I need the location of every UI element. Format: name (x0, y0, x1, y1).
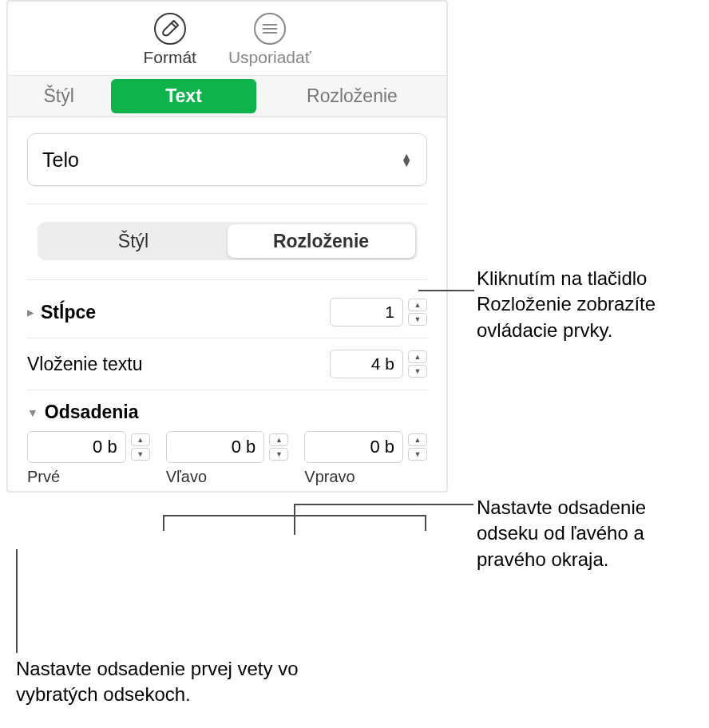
callout-line (294, 504, 295, 515)
toolbar-arrange-label: Usporiadať (228, 48, 311, 67)
callout-layout-button: Kliknutím na tlačidlo Rozloženie zobrazí… (477, 266, 704, 343)
text-inset-stepper: 4 b ▲ ▼ (330, 350, 427, 378)
text-inset-step-up[interactable]: ▲ (408, 350, 427, 363)
divider (27, 204, 427, 204)
text-inset-step-down[interactable]: ▼ (408, 365, 427, 378)
indent-first-cell: 0 b ▲ ▼ Prvé (27, 431, 150, 486)
indent-left-up[interactable]: ▲ (269, 433, 288, 446)
callout-line (425, 515, 426, 531)
toolbar-format[interactable]: Formát (143, 13, 196, 67)
indent-left-down[interactable]: ▼ (269, 448, 288, 461)
indents-row: 0 b ▲ ▼ Prvé 0 b ▲ ▼ (27, 423, 427, 491)
indent-left-input[interactable]: 0 b (166, 431, 265, 463)
subtab-style[interactable]: Štýl (40, 224, 228, 258)
indent-first-up[interactable]: ▲ (131, 433, 150, 446)
columns-input[interactable]: 1 (330, 298, 403, 326)
columns-label: ▸ Stĺpce (27, 302, 96, 323)
indent-right-input[interactable]: 0 b (304, 431, 403, 463)
tab-layout[interactable]: Rozloženie (258, 76, 446, 117)
indent-left-label: Vľavo (166, 468, 289, 486)
callout-line (16, 549, 18, 653)
text-inset-input[interactable]: 4 b (330, 350, 403, 378)
chevron-right-icon[interactable]: ▸ (27, 304, 34, 321)
callout-line (294, 515, 295, 535)
chevron-down-icon: ▼ (27, 406, 38, 419)
indent-right-cell: 0 b ▲ ▼ Vpravo (304, 431, 427, 486)
callout-line (163, 515, 164, 531)
callout-line (418, 290, 474, 291)
callout-line (163, 515, 425, 516)
inspector-panel: Formát Usporiadať Štýl Text Rozloženie (6, 0, 448, 493)
indent-right-label: Vpravo (304, 468, 427, 486)
toolbar: Formát Usporiadať (8, 2, 446, 76)
indent-first-label: Prvé (27, 468, 150, 486)
tab-style[interactable]: Štýl (8, 76, 109, 117)
callout-line (294, 504, 473, 505)
tab-text[interactable]: Text (111, 79, 256, 113)
lines-icon (254, 13, 286, 45)
indent-first-down[interactable]: ▼ (131, 448, 150, 461)
columns-step-up[interactable]: ▲ (408, 299, 427, 311)
indents-header[interactable]: ▼ Odsadenia (27, 390, 427, 423)
columns-row: ▸ Stĺpce 1 ▲ ▼ (27, 298, 427, 338)
divider (27, 279, 427, 280)
callout-first-indent: Nastavte odsadenie prvej vety vo vybratý… (16, 656, 335, 708)
columns-stepper: 1 ▲ ▼ (330, 298, 427, 326)
paragraph-style-value: Telo (42, 148, 79, 172)
indent-right-up[interactable]: ▲ (408, 433, 427, 446)
panel-body: Telo ▲▼ Štýl Rozloženie ▸ Stĺpce 1 (8, 133, 446, 491)
indent-right-down[interactable]: ▼ (408, 448, 427, 461)
text-inset-label: Vloženie textu (27, 354, 142, 375)
text-subtabs: Štýl Rozloženie (38, 222, 418, 260)
callout-left-right-indent: Nastavte odsadenie odseku od ľavého a pr… (477, 495, 700, 572)
main-tabs: Štýl Text Rozloženie (8, 76, 446, 117)
indent-left-cell: 0 b ▲ ▼ Vľavo (166, 431, 289, 486)
subtab-layout[interactable]: Rozloženie (228, 224, 415, 258)
toolbar-format-label: Formát (143, 48, 196, 67)
brush-icon (154, 13, 186, 45)
chevron-updown-icon: ▲▼ (401, 153, 412, 166)
text-inset-row: Vloženie textu 4 b ▲ ▼ (27, 338, 427, 390)
paragraph-style-select[interactable]: Telo ▲▼ (27, 133, 427, 186)
toolbar-arrange[interactable]: Usporiadať (228, 13, 311, 67)
columns-step-down[interactable]: ▼ (408, 313, 427, 326)
indent-first-input[interactable]: 0 b (27, 431, 126, 463)
